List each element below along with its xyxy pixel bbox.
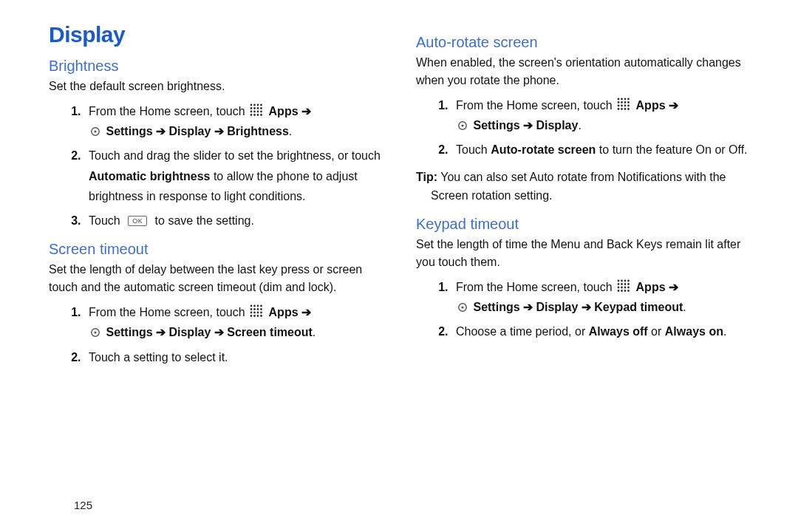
apps-icon: [617, 98, 630, 111]
settings-icon: [90, 123, 100, 133]
auto-rotate-step-2: Touch Auto-rotate screen to turn the fea…: [451, 140, 761, 160]
screen-timeout-step-2: Touch a setting to select it.: [84, 347, 394, 367]
heading-brightness: Brightness: [49, 58, 394, 75]
apps-icon: [250, 103, 263, 117]
keypad-timeout-step-2: Choose a time period, or Always off or A…: [451, 321, 761, 341]
keypad-timeout-step-1: From the Home screen, touch Apps ➔ Setti…: [451, 277, 761, 317]
auto-rotate-step-1: From the Home screen, touch Apps ➔ Setti…: [451, 95, 761, 135]
brightness-step-3: Touch OK to save the setting.: [84, 211, 394, 231]
screen-timeout-intro: Set the length of delay between the last…: [49, 261, 394, 296]
keypad-timeout-intro: Set the length of time the Menu and Back…: [416, 236, 761, 271]
auto-rotate-steps: From the Home screen, touch Apps ➔ Setti…: [416, 95, 761, 160]
brightness-step-2: Touch and drag the slider to set the bri…: [84, 146, 394, 206]
page-number: 125: [74, 499, 92, 511]
apps-icon: [617, 279, 630, 293]
brightness-steps: From the Home screen, touch Apps ➔ Setti…: [49, 101, 394, 231]
screen-timeout-steps: From the Home screen, touch Apps ➔ Setti…: [49, 302, 394, 367]
ok-button-glyph: OK: [128, 216, 147, 226]
settings-icon: [90, 324, 100, 334]
left-column: Display Brightness Set the default scree…: [49, 22, 394, 372]
brightness-intro: Set the default screen brightness.: [49, 78, 394, 95]
auto-rotate-intro: When enabled, the screen's orientation a…: [416, 54, 761, 89]
screen-timeout-step-1: From the Home screen, touch Apps ➔ Setti…: [84, 302, 394, 342]
heading-keypad-timeout: Keypad timeout: [416, 216, 761, 233]
heading-screen-timeout: Screen timeout: [49, 241, 394, 258]
keypad-timeout-steps: From the Home screen, touch Apps ➔ Setti…: [416, 277, 761, 342]
brightness-step-1: From the Home screen, touch Apps ➔ Setti…: [84, 101, 394, 141]
right-column: Auto-rotate screen When enabled, the scr…: [416, 22, 761, 372]
apps-icon: [250, 304, 263, 318]
page-title: Display: [49, 22, 394, 47]
settings-icon: [457, 299, 468, 309]
heading-auto-rotate: Auto-rotate screen: [416, 34, 761, 51]
settings-icon: [457, 117, 468, 127]
auto-rotate-tip: Tip: You can also set Auto rotate from N…: [416, 168, 761, 205]
